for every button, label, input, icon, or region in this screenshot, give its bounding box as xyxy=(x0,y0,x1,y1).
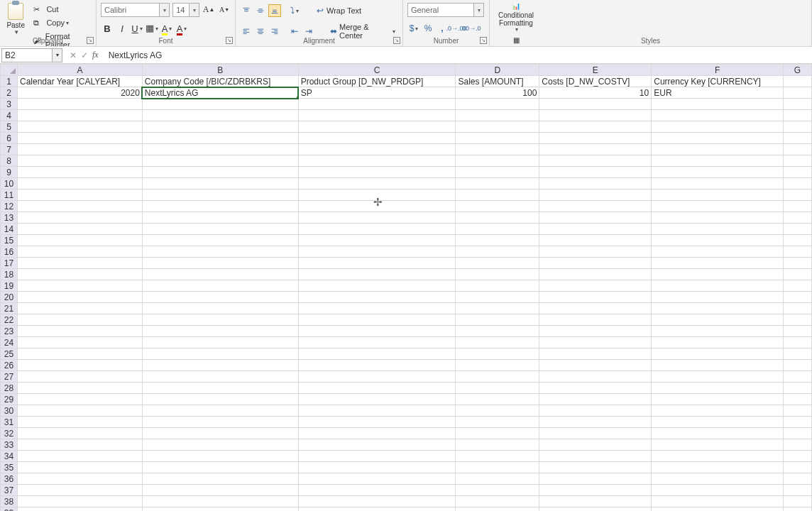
cell-B5[interactable] xyxy=(142,121,298,133)
cell-E34[interactable] xyxy=(539,451,652,462)
cell-F20[interactable] xyxy=(652,292,784,303)
cell-A24[interactable] xyxy=(18,337,143,348)
row-header-9[interactable]: 9 xyxy=(1,167,18,178)
cell-C39[interactable] xyxy=(298,507,456,512)
cell-F12[interactable] xyxy=(652,201,784,212)
cell-E5[interactable] xyxy=(539,121,652,133)
underline-button[interactable]: U▾ xyxy=(131,22,143,35)
cell-G16[interactable] xyxy=(784,246,812,258)
cell-F1[interactable]: Currency Key [CURRENCY] xyxy=(652,76,784,87)
cell-C33[interactable] xyxy=(298,439,456,451)
cell-C37[interactable] xyxy=(298,485,456,496)
row-header-32[interactable]: 32 xyxy=(1,428,18,439)
cell-E9[interactable] xyxy=(539,167,652,178)
cell-F29[interactable] xyxy=(652,394,784,405)
row-header-33[interactable]: 33 xyxy=(1,439,18,451)
cell-G39[interactable] xyxy=(784,507,812,512)
cell-F14[interactable] xyxy=(652,224,784,235)
cell-E38[interactable] xyxy=(539,496,652,507)
cell-F13[interactable] xyxy=(652,212,784,224)
cell-C6[interactable] xyxy=(298,133,456,144)
cell-F33[interactable] xyxy=(652,439,784,451)
row-header-24[interactable]: 24 xyxy=(1,337,18,348)
cell-C32[interactable] xyxy=(298,428,456,439)
accounting-format-button[interactable]: $▾ xyxy=(407,22,420,35)
row-header-20[interactable]: 20 xyxy=(1,292,18,303)
cell-G34[interactable] xyxy=(784,451,812,462)
cell-D26[interactable] xyxy=(456,360,539,371)
cell-G21[interactable] xyxy=(784,303,812,314)
cell-F26[interactable] xyxy=(652,360,784,371)
cell-B34[interactable] xyxy=(142,451,298,462)
cell-B23[interactable] xyxy=(142,326,298,337)
cell-B29[interactable] xyxy=(142,394,298,405)
cell-F30[interactable] xyxy=(652,405,784,417)
cell-C13[interactable] xyxy=(298,212,456,224)
cell-E16[interactable] xyxy=(539,246,652,258)
cell-F10[interactable] xyxy=(652,178,784,189)
col-header-E[interactable]: E xyxy=(539,65,652,76)
cell-F17[interactable] xyxy=(652,258,784,269)
cell-C20[interactable] xyxy=(298,292,456,303)
cell-G6[interactable] xyxy=(784,133,812,144)
row-header-26[interactable]: 26 xyxy=(1,360,18,371)
cell-G33[interactable] xyxy=(784,439,812,451)
cell-E33[interactable] xyxy=(539,439,652,451)
col-header-G[interactable]: G xyxy=(784,65,812,76)
cell-A14[interactable] xyxy=(18,224,143,235)
cell-A29[interactable] xyxy=(18,394,143,405)
cell-D23[interactable] xyxy=(456,326,539,337)
cell-D32[interactable] xyxy=(456,428,539,439)
cell-B25[interactable] xyxy=(142,348,298,360)
cell-D20[interactable] xyxy=(456,292,539,303)
row-header-10[interactable]: 10 xyxy=(1,178,18,189)
cell-G29[interactable] xyxy=(784,394,812,405)
cell-D16[interactable] xyxy=(456,246,539,258)
col-header-B[interactable]: B xyxy=(142,65,298,76)
cell-A8[interactable] xyxy=(18,155,143,167)
increase-indent-button[interactable]: ⇥ xyxy=(302,25,315,38)
cell-E29[interactable] xyxy=(539,394,652,405)
cell-D7[interactable] xyxy=(456,144,539,155)
cell-E17[interactable] xyxy=(539,258,652,269)
row-header-16[interactable]: 16 xyxy=(1,246,18,258)
cell-F2[interactable]: EUR xyxy=(652,87,784,99)
bold-button[interactable]: B xyxy=(101,22,114,35)
cell-C1[interactable]: Product Group [D_NW_PRDGP] xyxy=(298,76,456,87)
cell-D24[interactable] xyxy=(456,337,539,348)
cell-A7[interactable] xyxy=(18,144,143,155)
row-header-38[interactable]: 38 xyxy=(1,496,18,507)
cell-F39[interactable] xyxy=(652,507,784,512)
cell-E11[interactable] xyxy=(539,189,652,201)
cell-A28[interactable] xyxy=(18,383,143,394)
cell-G27[interactable] xyxy=(784,371,812,383)
cell-F28[interactable] xyxy=(652,383,784,394)
cell-D4[interactable] xyxy=(456,110,539,121)
decrease-indent-button[interactable]: ⇤ xyxy=(288,25,301,38)
cell-B10[interactable] xyxy=(142,178,298,189)
row-header-13[interactable]: 13 xyxy=(1,212,18,224)
number-format-combo[interactable]: General▾ xyxy=(407,3,484,17)
cell-C9[interactable] xyxy=(298,167,456,178)
cell-D14[interactable] xyxy=(456,224,539,235)
cell-B11[interactable] xyxy=(142,189,298,201)
cell-A18[interactable] xyxy=(18,269,143,280)
cell-D5[interactable] xyxy=(456,121,539,133)
cell-A31[interactable] xyxy=(18,417,143,428)
cell-F7[interactable] xyxy=(652,144,784,155)
cell-B1[interactable]: Company Code [/BIC/ZDRBKRS] xyxy=(142,76,298,87)
cell-C2[interactable]: SP xyxy=(298,87,456,99)
cell-G9[interactable] xyxy=(784,167,812,178)
cell-E27[interactable] xyxy=(539,371,652,383)
cell-G15[interactable] xyxy=(784,235,812,246)
dialog-launcher-icon[interactable]: ↘ xyxy=(87,37,94,44)
cell-D37[interactable] xyxy=(456,485,539,496)
cell-C12[interactable] xyxy=(298,201,456,212)
row-header-15[interactable]: 15 xyxy=(1,235,18,246)
row-header-21[interactable]: 21 xyxy=(1,303,18,314)
cell-E15[interactable] xyxy=(539,235,652,246)
row-header-18[interactable]: 18 xyxy=(1,269,18,280)
cell-G1[interactable] xyxy=(784,76,812,87)
fill-color-button[interactable]: A▾ xyxy=(160,22,173,35)
cell-D29[interactable] xyxy=(456,394,539,405)
